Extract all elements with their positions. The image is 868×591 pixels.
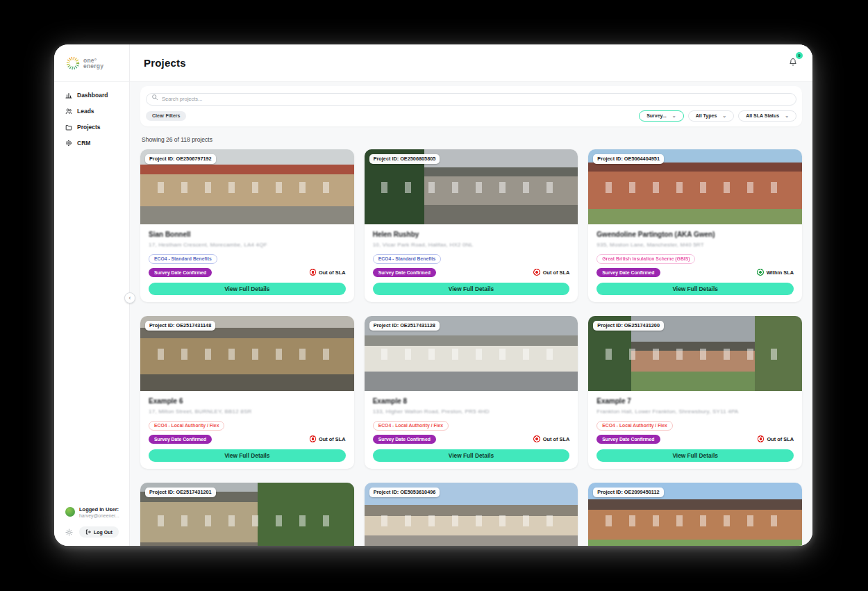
clear-filters-button[interactable]: Clear Filters bbox=[146, 111, 186, 121]
card-body: Example 6 17, Milton Street, BURNLEY, BB… bbox=[140, 391, 354, 469]
logout-label: Log Out bbox=[94, 530, 112, 535]
theme-toggle-sun-icon[interactable] bbox=[65, 528, 73, 536]
property-photo: Project ID: OE2517431201 bbox=[140, 483, 354, 547]
content-area: Clear Filters Survey... ⌄ All Types ⌄ Al… bbox=[130, 82, 812, 546]
app-window: one° energy Dashboard Leads bbox=[54, 44, 812, 546]
property-photo: Project ID: OE2099450112 bbox=[588, 483, 802, 547]
sla-label: Out of SLA bbox=[767, 436, 794, 442]
scheme-badge: ECO4 - Standard Benefits bbox=[149, 254, 217, 264]
people-icon bbox=[65, 108, 72, 115]
view-full-details-button[interactable]: View Full Details bbox=[149, 449, 346, 462]
view-full-details-button[interactable]: View Full Details bbox=[373, 449, 570, 462]
folder-icon bbox=[65, 124, 72, 131]
sla-dot-icon bbox=[310, 435, 317, 442]
sla-status-filter-dropdown[interactable]: All SLA Status ⌄ bbox=[738, 110, 796, 122]
results-summary: Showing 26 of 118 projects bbox=[142, 136, 801, 143]
customer-name: Helen Rushby bbox=[373, 231, 570, 238]
sla-dot-icon bbox=[758, 435, 765, 442]
status-badge: Survey Date Confirmed bbox=[149, 435, 212, 444]
view-full-details-button[interactable]: View Full Details bbox=[596, 283, 794, 295]
sla-indicator: Out of SLA bbox=[310, 269, 346, 276]
status-badge: Survey Date Confirmed bbox=[596, 268, 660, 277]
project-card: Project ID: OE2517431201 bbox=[140, 483, 354, 547]
sla-indicator: Out of SLA bbox=[533, 269, 569, 276]
scheme-badge: ECO4 - Local Authority / Flex bbox=[373, 421, 449, 431]
bell-icon bbox=[789, 58, 797, 67]
scheme-badge: Great British Insulation Scheme (GBIS) bbox=[596, 254, 695, 264]
sidebar-item-projects[interactable]: Projects bbox=[65, 124, 129, 131]
project-card: Project ID: OE2506805805 Helen Rushby 10… bbox=[365, 149, 578, 302]
card-body: Example 7 Frankton Hall, Lower Frankton,… bbox=[588, 391, 802, 469]
chevron-down-icon: ⌄ bbox=[785, 114, 789, 118]
sla-indicator: Out of SLA bbox=[310, 435, 346, 442]
view-full-details-button[interactable]: View Full Details bbox=[596, 449, 794, 462]
view-full-details-button[interactable]: View Full Details bbox=[373, 283, 570, 295]
sidebar-item-label: Leads bbox=[77, 108, 94, 115]
search-icon bbox=[151, 94, 158, 101]
sla-dot-icon bbox=[310, 269, 317, 276]
property-address: 17, Hestham Crescent, Morecambe, LA4 4QF bbox=[149, 242, 346, 248]
dropdown-value: All Types bbox=[696, 113, 717, 118]
dropdown-value: All SLA Status bbox=[746, 113, 779, 118]
scheme-badge: ECO4 - Local Authority / Flex bbox=[596, 421, 672, 431]
property-photo: Project ID: OE5053610496 bbox=[365, 483, 578, 547]
dropdown-value: Survey... bbox=[646, 113, 667, 118]
project-id-chip: Project ID: OE2099450112 bbox=[593, 488, 663, 497]
sidebar-item-crm[interactable]: CRM bbox=[65, 140, 129, 147]
sla-indicator: Out of SLA bbox=[758, 435, 794, 442]
bar-chart-icon bbox=[65, 92, 72, 99]
project-id-chip: Project ID: OE2517431128 bbox=[369, 321, 440, 331]
sidebar-item-label: CRM bbox=[77, 140, 90, 147]
property-photo: Project ID: OE2517431148 bbox=[140, 316, 354, 391]
customer-name: Example 8 bbox=[373, 397, 570, 405]
sidebar: one° energy Dashboard Leads bbox=[54, 44, 130, 546]
sla-dot-icon bbox=[757, 269, 764, 276]
project-card: Project ID: OE2517431128 Example 8 133, … bbox=[365, 316, 578, 469]
logged-in-user-label: Logged In User: bbox=[79, 506, 119, 513]
notifications-button[interactable]: 0 bbox=[787, 56, 799, 71]
property-address: 133, Higher Walton Road, Preston, PR5 4H… bbox=[373, 408, 570, 415]
view-full-details-button[interactable]: View Full Details bbox=[149, 283, 346, 295]
status-badge: Survey Date Confirmed bbox=[149, 268, 212, 277]
project-id-chip: Project ID: OE5064404951 bbox=[593, 154, 664, 164]
sidebar-item-dashboard[interactable]: Dashboard bbox=[65, 92, 129, 99]
filter-panel: Clear Filters Survey... ⌄ All Types ⌄ Al… bbox=[140, 86, 802, 126]
avatar bbox=[65, 507, 75, 517]
property-photo: Project ID: OE5064404951 bbox=[588, 149, 802, 224]
sla-indicator: Out of SLA bbox=[533, 435, 569, 442]
logo: one° energy bbox=[54, 44, 129, 82]
sla-dot-icon bbox=[533, 435, 540, 442]
property-address: Frankton Hall, Lower Frankton, Shrewsbur… bbox=[596, 408, 794, 415]
sla-dot-icon bbox=[533, 269, 540, 276]
logout-icon bbox=[85, 529, 91, 535]
logout-button[interactable]: Log Out bbox=[79, 526, 119, 538]
survey-filter-dropdown[interactable]: Survey... ⌄ bbox=[639, 110, 684, 122]
project-card: Project ID: OE2506797192 Sian Bonnell 17… bbox=[140, 149, 354, 302]
project-id-chip: Project ID: OE2517431148 bbox=[145, 321, 215, 331]
logo-text: one° energy bbox=[83, 58, 103, 69]
sla-label: Out of SLA bbox=[543, 436, 570, 442]
project-id-chip: Project ID: OE2517431200 bbox=[593, 321, 664, 331]
scheme-badge: ECO4 - Standard Benefits bbox=[373, 254, 442, 264]
page-header: Projects 0 bbox=[130, 44, 812, 82]
type-filter-dropdown[interactable]: All Types ⌄ bbox=[688, 110, 734, 122]
project-card: Project ID: OE5064404951 Gwendoline Part… bbox=[588, 149, 802, 302]
sidebar-item-label: Projects bbox=[77, 124, 101, 131]
sla-indicator: Within SLA bbox=[757, 269, 794, 276]
sidebar-collapse-button[interactable]: ‹ bbox=[124, 292, 135, 303]
property-photo: Project ID: OE2506797192 bbox=[140, 149, 354, 224]
user-email: harvey@oneener... bbox=[79, 513, 119, 519]
property-address: 17, Milton Street, BURNLEY, BB12 8SR bbox=[149, 408, 346, 415]
search-input[interactable] bbox=[146, 93, 796, 106]
scheme-badge: ECO4 - Local Authority / Flex bbox=[149, 421, 224, 431]
sidebar-item-leads[interactable]: Leads bbox=[65, 108, 129, 115]
project-grid: Project ID: OE2506797192 Sian Bonnell 17… bbox=[140, 149, 802, 547]
user-area: Logged In User: harvey@oneener... Log Ou… bbox=[54, 506, 129, 546]
project-id-chip: Project ID: OE5053610496 bbox=[369, 488, 440, 497]
project-id-chip: Project ID: OE2506797192 bbox=[145, 154, 216, 164]
card-body: Gwendoline Partington (AKA Gwen) 935, Mo… bbox=[588, 224, 802, 302]
one-energy-logo-icon bbox=[66, 56, 80, 70]
sidebar-item-label: Dashboard bbox=[77, 92, 108, 99]
customer-name: Sian Bonnell bbox=[149, 231, 346, 238]
card-body: Sian Bonnell 17, Hestham Crescent, Morec… bbox=[140, 224, 354, 302]
